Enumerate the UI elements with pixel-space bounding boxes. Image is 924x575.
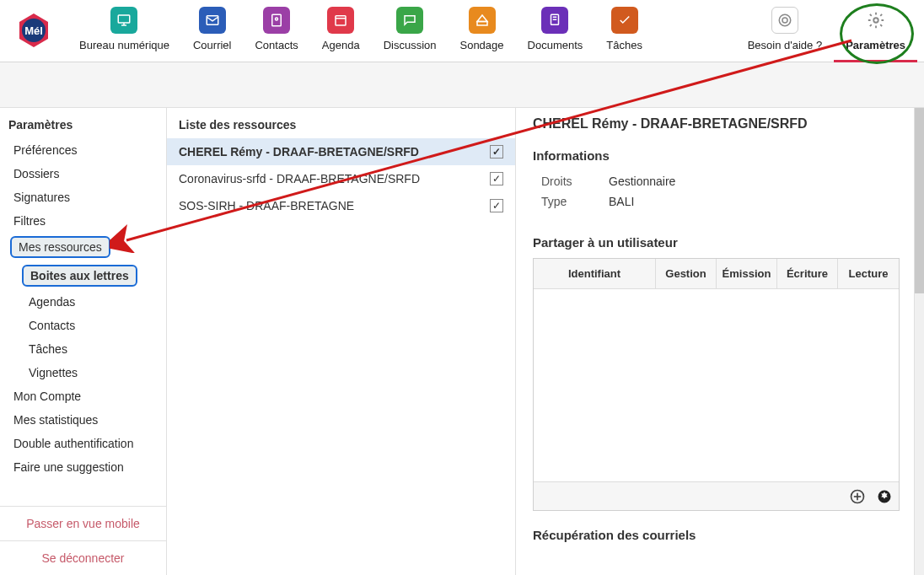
sidebar: Paramètres Préférences Dossiers Signatur… [0, 108, 167, 575]
sidebar-item-signatures[interactable]: Signatures [5, 185, 161, 209]
detail-title: CHEREL Rémy - DRAAF-BRETAGNE/SRFD [533, 116, 907, 132]
share-settings-button[interactable] [875, 487, 894, 506]
scrollbar[interactable] [914, 108, 924, 575]
resource-checkbox[interactable]: ✓ [490, 199, 503, 212]
share-header: Partager à un utilisateur [533, 235, 907, 250]
scrollbar-thumb[interactable] [915, 108, 924, 293]
nav-contacts[interactable]: Contacts [243, 7, 309, 62]
col-identifiant: Identifiant [534, 259, 656, 289]
svg-rect-9 [336, 16, 346, 25]
svg-point-8 [276, 18, 278, 20]
svg-point-15 [782, 18, 787, 23]
chat-icon [396, 7, 423, 34]
logo: Mél [7, 7, 67, 51]
resource-row[interactable]: Coronavirus-srfd - DRAAF-BRETAGNE/SRFD ✓ [167, 165, 515, 192]
resource-list-panel: Liste des ressources CHEREL Rémy - DRAAF… [167, 108, 516, 575]
add-share-button[interactable] [848, 487, 867, 506]
help-icon [771, 7, 798, 34]
info-header: Informations [533, 148, 907, 163]
sidebar-item-ressources[interactable]: Mes ressources [10, 236, 110, 258]
sidebar-item-stats[interactable]: Mes statistiques [5, 408, 161, 432]
col-lecture: Lecture [838, 259, 899, 289]
mobile-view-link[interactable]: Passer en vue mobile [0, 507, 166, 540]
monitor-icon [110, 7, 137, 34]
poll-icon [469, 7, 496, 34]
share-table: Identifiant Gestion Émission Écriture Le… [533, 258, 900, 511]
nav-parametres[interactable]: Paramètres [834, 7, 917, 62]
sidebar-item-dossiers[interactable]: Dossiers [5, 162, 161, 185]
col-gestion: Gestion [656, 259, 717, 289]
sidebar-item-vignettes[interactable]: Vignettes [5, 361, 161, 384]
mail-icon [199, 7, 226, 34]
col-emission: Émission [717, 259, 777, 289]
logout-link[interactable]: Se déconnecter [0, 540, 166, 575]
resource-row[interactable]: SOS-SIRH - DRAAF-BRETAGNE ✓ [167, 192, 515, 219]
droits-label: Droits [541, 175, 609, 188]
type-label: Type [541, 195, 609, 208]
col-ecriture: Écriture [777, 259, 838, 289]
subbar [0, 62, 924, 108]
svg-text:Mél: Mél [24, 24, 43, 37]
svg-point-14 [779, 14, 791, 26]
topbar: Mél Bureau numérique Courriel Contacts A… [0, 0, 924, 62]
resource-name: Coronavirus-srfd - DRAAF-BRETAGNE/SRFD [179, 172, 490, 185]
sidebar-item-suggestion[interactable]: Faire une suggestion [5, 455, 161, 479]
nav-taches[interactable]: Tâches [594, 7, 654, 62]
sidebar-item-compte[interactable]: Mon Compte [5, 384, 161, 408]
sidebar-header: Paramètres [0, 108, 166, 138]
share-table-body [534, 289, 899, 481]
nav-sondage[interactable]: Sondage [448, 7, 515, 62]
calendar-icon [327, 7, 354, 34]
sidebar-item-preferences[interactable]: Préférences [5, 138, 161, 162]
nav-courriel[interactable]: Courriel [181, 7, 244, 62]
contacts-icon [263, 7, 290, 34]
sidebar-item-boites-aux-lettres[interactable]: Boites aux lettres [22, 265, 137, 287]
nav-agenda[interactable]: Agenda [310, 7, 372, 62]
svg-point-16 [873, 18, 878, 23]
sidebar-item-taches[interactable]: Tâches [5, 337, 161, 361]
resource-row[interactable]: CHEREL Rémy - DRAAF-BRETAGNE/SRFD ✓ [167, 138, 515, 165]
nav-help[interactable]: Besoin d'aide ? [736, 7, 835, 62]
nav-discussion[interactable]: Discussion [372, 7, 449, 62]
documents-icon [541, 7, 568, 34]
detail-panel: CHEREL Rémy - DRAAF-BRETAGNE/SRFD Inform… [516, 108, 924, 575]
droits-value: Gestionnaire [609, 175, 675, 188]
type-value: BALI [609, 195, 634, 208]
sidebar-item-agendas[interactable]: Agendas [5, 290, 161, 314]
sidebar-item-contacts[interactable]: Contacts [5, 314, 161, 337]
resource-name: SOS-SIRH - DRAAF-BRETAGNE [179, 199, 490, 212]
resource-checkbox[interactable]: ✓ [490, 172, 503, 185]
resource-name: CHEREL Rémy - DRAAF-BRETAGNE/SRFD [179, 145, 490, 159]
nav-documents[interactable]: Documents [516, 7, 595, 62]
sidebar-item-auth[interactable]: Double authentification [5, 432, 161, 455]
gear-icon [862, 7, 889, 34]
resource-list-header: Liste des ressources [167, 108, 515, 138]
svg-rect-3 [119, 15, 131, 23]
recup-header: Récupération des courriels [533, 528, 907, 542]
sidebar-item-filtres[interactable]: Filtres [5, 209, 161, 233]
resource-checkbox[interactable]: ✓ [490, 145, 503, 159]
nav-bureau-numerique[interactable]: Bureau numérique [67, 7, 181, 62]
tasks-icon [611, 7, 638, 34]
